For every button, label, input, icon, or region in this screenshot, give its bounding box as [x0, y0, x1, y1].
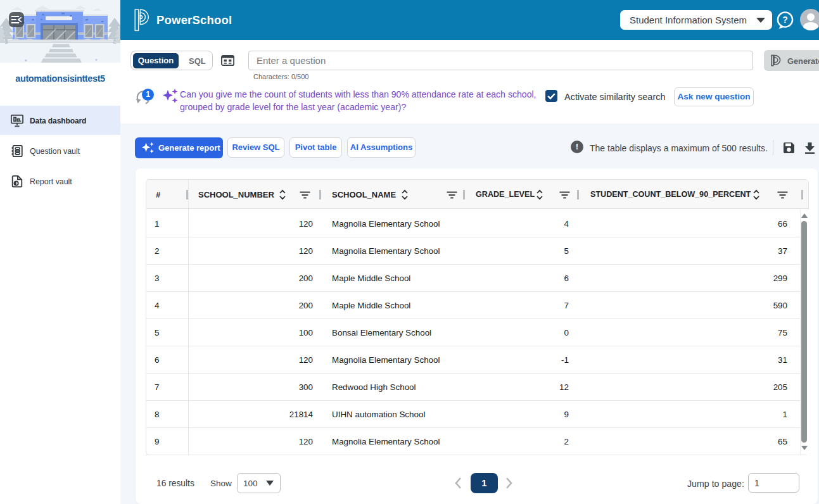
svg-text:?: ? [782, 15, 788, 25]
